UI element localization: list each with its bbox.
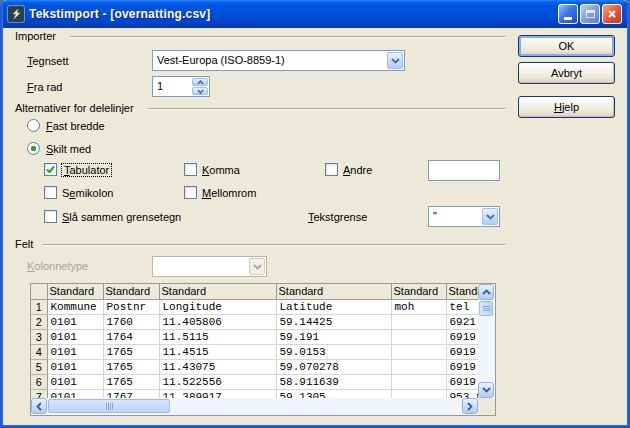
table-cell[interactable]: 59.191 — [276, 329, 391, 344]
table-cell[interactable]: 58.911639 — [276, 374, 391, 389]
table-row: 30101176411.511559.1916919 — [31, 329, 478, 344]
table-cell[interactable]: 6919 — [446, 344, 478, 359]
table-cell[interactable]: 1760 — [103, 314, 159, 329]
scroll-left-icon[interactable] — [31, 398, 47, 414]
semicolon-checkbox[interactable] — [44, 186, 57, 199]
titlebar[interactable]: Tekstimport - [overnatting.csv] — [0, 0, 630, 28]
column-header[interactable]: Standard — [446, 284, 478, 299]
text-delimiter-combobox[interactable]: " — [428, 206, 500, 227]
horizontal-scroll-thumb[interactable] — [48, 399, 170, 413]
vertical-scrollbar[interactable] — [478, 284, 495, 398]
table-cell[interactable]: 11.389917 — [159, 389, 276, 398]
vertical-scroll-thumb[interactable] — [479, 301, 493, 316]
table-cell[interactable]: 1765 — [103, 344, 159, 359]
table-cell[interactable]: 1765 — [103, 374, 159, 389]
table-row: 70101176711.38991759.1305953 8 — [31, 389, 478, 398]
separated-by-label[interactable]: Skilt med — [46, 143, 91, 155]
fields-group-line — [42, 244, 505, 245]
table-row: 50101176511.4307559.0702786919 — [31, 359, 478, 374]
table-cell[interactable]: 11.522556 — [159, 374, 276, 389]
space-label[interactable]: Mellomrom — [202, 187, 256, 199]
ok-button[interactable]: OK — [518, 35, 615, 57]
table-cell[interactable]: 0101 — [47, 314, 103, 329]
minimize-button[interactable] — [558, 4, 578, 24]
chevron-down-icon[interactable] — [482, 208, 498, 225]
table-cell[interactable]: 1765 — [103, 359, 159, 374]
table-cell[interactable]: 59.1305 — [276, 389, 391, 398]
help-button[interactable]: Hjelp — [518, 96, 615, 118]
import-document-icon[interactable] — [8, 6, 24, 22]
column-header[interactable]: Standard — [103, 284, 159, 299]
table-cell[interactable]: 0101 — [47, 359, 103, 374]
table-cell[interactable] — [391, 374, 446, 389]
column-header[interactable]: Standard — [276, 284, 391, 299]
table-cell[interactable]: Postnr — [103, 299, 159, 314]
cancel-button[interactable]: Avbryt — [518, 62, 615, 84]
merge-delimiters-label[interactable]: Slå sammen grensetegn — [62, 211, 181, 223]
merge-delimiters-checkbox[interactable] — [44, 210, 57, 223]
table-cell[interactable]: Latitude — [276, 299, 391, 314]
other-checkbox[interactable] — [325, 163, 338, 176]
tab-label[interactable]: Tabulator — [62, 164, 111, 176]
horizontal-scrollbar[interactable] — [31, 398, 478, 415]
table-cell[interactable]: 59.14425 — [276, 314, 391, 329]
table-cell[interactable]: 0101 — [47, 374, 103, 389]
csv-preview-widget: StandardStandardStandardStandardStandard… — [30, 283, 496, 416]
table-cell[interactable]: 1764 — [103, 329, 159, 344]
close-button[interactable] — [602, 4, 622, 24]
row-number: 3 — [31, 329, 47, 344]
column-header[interactable]: Standard — [391, 284, 446, 299]
space-checkbox[interactable] — [184, 186, 197, 199]
maximize-button[interactable] — [580, 4, 600, 24]
fixed-width-label[interactable]: Fast bredde — [46, 120, 105, 132]
table-cell[interactable] — [391, 329, 446, 344]
table-cell[interactable] — [391, 359, 446, 374]
scroll-up-icon[interactable] — [478, 284, 494, 300]
other-separator-input[interactable] — [428, 160, 500, 181]
table-cell[interactable] — [391, 314, 446, 329]
spinner-down-icon[interactable] — [192, 87, 208, 95]
semicolon-label[interactable]: Semikolon — [62, 187, 113, 199]
table-cell[interactable]: Kommune — [47, 299, 103, 314]
table-cell[interactable]: 59.070278 — [276, 359, 391, 374]
row-number: 5 — [31, 359, 47, 374]
column-header[interactable]: Standard — [47, 284, 103, 299]
comma-checkbox[interactable] — [184, 163, 197, 176]
spinner-up-icon[interactable] — [192, 78, 208, 86]
table-cell[interactable]: 0101 — [47, 344, 103, 359]
column-header[interactable]: Standard — [159, 284, 276, 299]
from-row-spinner[interactable]: 1 — [152, 76, 210, 97]
table-cell[interactable]: 0101 — [47, 389, 103, 398]
separated-by-radio[interactable] — [27, 142, 40, 155]
table-cell[interactable] — [391, 389, 446, 398]
charset-combobox[interactable]: Vest-Europa (ISO-8859-1) — [152, 50, 405, 71]
table-cell[interactable]: 11.43075 — [159, 359, 276, 374]
table-cell[interactable]: 6921 — [446, 314, 478, 329]
table-cell[interactable]: tel — [446, 299, 478, 314]
table-cell[interactable]: 59.0153 — [276, 344, 391, 359]
table-cell[interactable]: moh — [391, 299, 446, 314]
scroll-right-icon[interactable] — [462, 398, 478, 414]
table-cell[interactable]: 953 8 — [446, 389, 478, 398]
table-cell[interactable]: 0101 — [47, 329, 103, 344]
table-cell[interactable]: Longitude — [159, 299, 276, 314]
table-cell[interactable]: 6919 — [446, 374, 478, 389]
chevron-down-icon[interactable] — [387, 52, 403, 69]
fields-group-label: Felt — [15, 238, 33, 250]
separator-group-label: Alternativer for delelinjer — [15, 102, 134, 114]
table-cell[interactable]: 6919 — [446, 329, 478, 344]
table-cell[interactable]: 1767 — [103, 389, 159, 398]
table-cell[interactable]: 11.4515 — [159, 344, 276, 359]
scroll-down-icon[interactable] — [478, 382, 494, 398]
other-label[interactable]: Andre — [343, 164, 372, 176]
table-cell[interactable]: 11.405806 — [159, 314, 276, 329]
table-cell[interactable] — [391, 344, 446, 359]
table-cell[interactable]: 11.5115 — [159, 329, 276, 344]
comma-label[interactable]: Komma — [202, 164, 240, 176]
column-type-label: Kolonnetype — [27, 260, 88, 272]
csv-preview-viewport[interactable]: StandardStandardStandardStandardStandard… — [31, 284, 478, 398]
tab-checkbox[interactable] — [44, 163, 57, 176]
preview-table: StandardStandardStandardStandardStandard… — [31, 284, 478, 398]
table-cell[interactable]: 6919 — [446, 359, 478, 374]
fixed-width-radio[interactable] — [27, 119, 40, 132]
